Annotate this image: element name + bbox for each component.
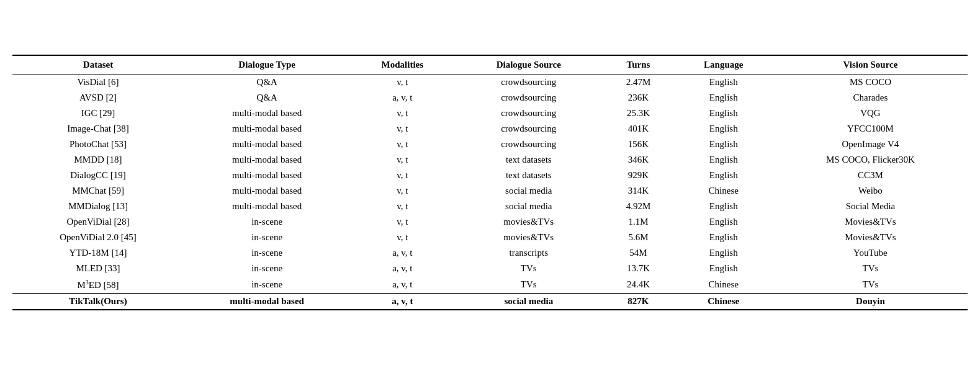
cell-dialogue-type: in-scene xyxy=(184,214,350,230)
cell-turns: 929K xyxy=(603,168,674,183)
cell-language: English xyxy=(674,152,773,168)
cell-language: Chinese xyxy=(674,294,773,310)
cell-dialogue-type: multi-modal based xyxy=(184,152,350,168)
cell-dataset: Image-Chat [38] xyxy=(12,121,184,137)
table-row: TikTalk(Ours)multi-modal baseda, v, tsoc… xyxy=(12,294,968,310)
cell-turns: 1.1M xyxy=(603,214,674,230)
cell-dataset: OpenViDial 2.0 [45] xyxy=(12,230,184,245)
table-row: OpenViDial [28]in-scenev, tmovies&TVs1.1… xyxy=(12,214,968,230)
cell-dialogue-type: multi-modal based xyxy=(184,121,350,137)
cell-vision-source: TVs xyxy=(773,261,968,276)
table-container: Dataset Dialogue Type Modalities Dialogu… xyxy=(12,55,968,310)
table-row: MMChat [59]multi-modal basedv, tsocial m… xyxy=(12,183,968,199)
col-header-modalities: Modalities xyxy=(350,55,454,74)
cell-dialogue-type: in-scene xyxy=(184,245,350,261)
cell-dialogue-source: text datasets xyxy=(454,152,603,168)
cell-dialogue-type: in-scene xyxy=(184,276,350,294)
cell-dialogue-source: transcripts xyxy=(454,245,603,261)
cell-dialogue-type: Q&A xyxy=(184,90,350,106)
cell-language: English xyxy=(674,230,773,245)
cell-language: English xyxy=(674,106,773,121)
cell-modalities: v, t xyxy=(350,183,454,199)
table-row: Image-Chat [38]multi-modal basedv, tcrow… xyxy=(12,121,968,137)
table-row: IGC [29]multi-modal basedv, tcrowdsourci… xyxy=(12,106,968,121)
cell-dataset: OpenViDial [28] xyxy=(12,214,184,230)
cell-modalities: v, t xyxy=(350,137,454,152)
cell-dialogue-type: Q&A xyxy=(184,74,350,91)
cell-vision-source: TVs xyxy=(773,276,968,294)
col-header-dialogue-type: Dialogue Type xyxy=(184,55,350,74)
cell-vision-source: YouTube xyxy=(773,245,968,261)
cell-dialogue-type: multi-modal based xyxy=(184,137,350,152)
cell-dialogue-source: crowdsourcing xyxy=(454,106,603,121)
cell-language: English xyxy=(674,214,773,230)
cell-modalities: a, v, t xyxy=(350,294,454,310)
cell-modalities: v, t xyxy=(350,168,454,183)
cell-vision-source: Weibo xyxy=(773,183,968,199)
cell-language: English xyxy=(674,137,773,152)
cell-dialogue-type: multi-modal based xyxy=(184,168,350,183)
cell-turns: 314K xyxy=(603,183,674,199)
cell-dataset: AVSD [2] xyxy=(12,90,184,106)
table-row: VisDial [6]Q&Av, tcrowdsourcing2.47MEngl… xyxy=(12,74,968,91)
cell-dataset: MMDD [18] xyxy=(12,152,184,168)
cell-language: English xyxy=(674,168,773,183)
cell-dataset: MLED [33] xyxy=(12,261,184,276)
cell-language: English xyxy=(674,74,773,91)
cell-dialogue-source: crowdsourcing xyxy=(454,74,603,91)
cell-dataset: MMDialog [13] xyxy=(12,199,184,214)
col-header-dataset: Dataset xyxy=(12,55,184,74)
col-header-vision-source: Vision Source xyxy=(773,55,968,74)
col-header-dialogue-source: Dialogue Source xyxy=(454,55,603,74)
cell-dialogue-source: movies&TVs xyxy=(454,214,603,230)
cell-dialogue-source: text datasets xyxy=(454,168,603,183)
table-header-row: Dataset Dialogue Type Modalities Dialogu… xyxy=(12,55,968,74)
cell-vision-source: CC3M xyxy=(773,168,968,183)
cell-vision-source: YFCC100M xyxy=(773,121,968,137)
table-row: MMDD [18]multi-modal basedv, ttext datas… xyxy=(12,152,968,168)
cell-dialogue-source: movies&TVs xyxy=(454,230,603,245)
cell-dataset: TikTalk(Ours) xyxy=(12,294,184,310)
cell-vision-source: OpenImage V4 xyxy=(773,137,968,152)
cell-vision-source: MS COCO xyxy=(773,74,968,91)
cell-language: Chinese xyxy=(674,183,773,199)
table-row: M3ED [58]in-scenea, v, tTVs24.4KChineseT… xyxy=(12,276,968,294)
cell-language: English xyxy=(674,199,773,214)
cell-turns: 54M xyxy=(603,245,674,261)
table-row: MMDialog [13]multi-modal basedv, tsocial… xyxy=(12,199,968,214)
cell-language: English xyxy=(674,261,773,276)
cell-turns: 156K xyxy=(603,137,674,152)
cell-dialogue-source: TVs xyxy=(454,276,603,294)
cell-turns: 24.4K xyxy=(603,276,674,294)
cell-dataset: VisDial [6] xyxy=(12,74,184,91)
col-header-turns: Turns xyxy=(603,55,674,74)
cell-vision-source: MS COCO, Flicker30K xyxy=(773,152,968,168)
cell-language: English xyxy=(674,245,773,261)
table-row: YTD-18M [14]in-scenea, v, ttranscripts54… xyxy=(12,245,968,261)
cell-dialogue-source: crowdsourcing xyxy=(454,121,603,137)
table-row: PhotoChat [53]multi-modal basedv, tcrowd… xyxy=(12,137,968,152)
cell-modalities: v, t xyxy=(350,106,454,121)
cell-dataset: IGC [29] xyxy=(12,106,184,121)
cell-dialogue-source: crowdsourcing xyxy=(454,90,603,106)
cell-modalities: v, t xyxy=(350,74,454,91)
cell-dataset: PhotoChat [53] xyxy=(12,137,184,152)
col-header-language: Language xyxy=(674,55,773,74)
cell-dialogue-type: multi-modal based xyxy=(184,294,350,310)
cell-vision-source: Douyin xyxy=(773,294,968,310)
table-row: MLED [33]in-scenea, v, tTVs13.7KEnglishT… xyxy=(12,261,968,276)
cell-vision-source: Movies&TVs xyxy=(773,230,968,245)
comparison-table: Dataset Dialogue Type Modalities Dialogu… xyxy=(12,55,968,310)
cell-dialogue-source: TVs xyxy=(454,261,603,276)
table-row: DialogCC [19]multi-modal basedv, ttext d… xyxy=(12,168,968,183)
cell-language: English xyxy=(674,90,773,106)
cell-vision-source: Charades xyxy=(773,90,968,106)
cell-modalities: a, v, t xyxy=(350,90,454,106)
cell-modalities: v, t xyxy=(350,230,454,245)
cell-dataset: DialogCC [19] xyxy=(12,168,184,183)
cell-dialogue-type: multi-modal based xyxy=(184,106,350,121)
cell-turns: 236K xyxy=(603,90,674,106)
cell-turns: 2.47M xyxy=(603,74,674,91)
cell-turns: 346K xyxy=(603,152,674,168)
cell-dialogue-type: in-scene xyxy=(184,261,350,276)
